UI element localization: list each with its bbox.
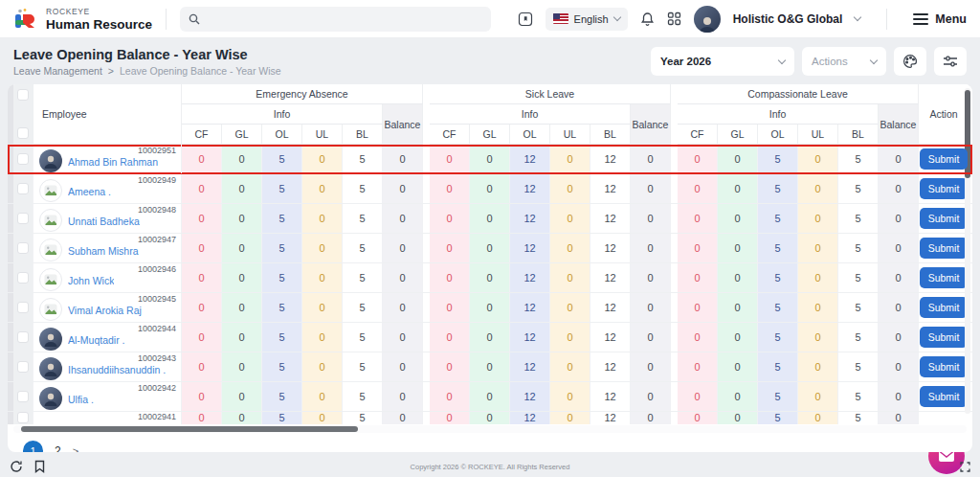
- employee-name-link[interactable]: Al-Muqtadir .: [68, 334, 125, 346]
- row-checkbox[interactable]: [17, 183, 29, 194]
- breadcrumb-root[interactable]: Leave Management: [13, 65, 102, 77]
- row-checkbox[interactable]: [17, 242, 29, 254]
- ea-gl-value: 0: [222, 323, 262, 352]
- table-settings-button[interactable]: [934, 47, 967, 76]
- comp-gl-value: 0: [718, 382, 758, 411]
- page-2-button[interactable]: 2: [55, 444, 61, 453]
- employee-name-link[interactable]: Ihsanuddiihsanuddin .: [68, 364, 166, 375]
- employee-name-link[interactable]: Subham Mishra: [68, 245, 139, 257]
- comp-balance-value: 0: [879, 204, 919, 233]
- sick-balance-value: 0: [631, 145, 671, 173]
- ea-gl-value: 0: [222, 204, 262, 233]
- comp-gl-value: 0: [718, 234, 758, 262]
- submit-button[interactable]: Submit: [920, 238, 969, 259]
- row-checkbox[interactable]: [17, 331, 29, 343]
- info-header: Info: [678, 104, 879, 125]
- col-header-ul: UL: [302, 125, 343, 145]
- col-header-bl: BL: [838, 125, 879, 145]
- submit-button[interactable]: Submit: [920, 386, 969, 407]
- menu-button[interactable]: Menu: [913, 12, 967, 26]
- employee-cell: 10002944 Al-Muqtadir .: [33, 323, 182, 352]
- employee-name-link[interactable]: Vimal Arokia Raj: [68, 305, 142, 316]
- row-checkbox[interactable]: [17, 391, 29, 402]
- row-checkbox[interactable]: [17, 412, 29, 423]
- submit-button[interactable]: Submit: [920, 178, 969, 199]
- sick-balance-value: 0: [631, 174, 671, 203]
- row-checkbox[interactable]: [17, 361, 29, 373]
- comp-balance-value: 0: [879, 323, 919, 352]
- employee-name-link[interactable]: Unnati Badheka: [68, 216, 140, 227]
- employee-cell: 10002942 Ulfia .: [33, 382, 182, 411]
- user-avatar[interactable]: [694, 6, 721, 33]
- language-selector[interactable]: English: [546, 8, 628, 31]
- employee-id: 10002948: [138, 205, 176, 215]
- bookmark-add-icon[interactable]: [518, 11, 533, 27]
- year-select-value: Year 2026: [660, 56, 711, 67]
- submit-button[interactable]: Submit: [920, 267, 969, 288]
- row-checkbox[interactable]: [17, 272, 29, 284]
- employee-name-link[interactable]: John Wick: [68, 275, 114, 286]
- sick-ol-value: 12: [510, 293, 550, 322]
- table-row: 10002942 Ulfia . 00505000120120005050 Su…: [8, 382, 972, 412]
- submit-button[interactable]: Submit: [920, 356, 969, 377]
- comp-balance-value: 0: [879, 234, 919, 262]
- comp-bl-value: 5: [838, 382, 879, 411]
- ea-bl-value: 5: [343, 145, 383, 173]
- employee-name-link[interactable]: Ameena .: [68, 186, 111, 197]
- ea-balance-value: 0: [383, 174, 423, 203]
- sick-gl-value: 0: [470, 382, 510, 411]
- col-header-bl: BL: [343, 125, 383, 145]
- app-logo[interactable]: ROCKEYE Human Resource: [13, 7, 152, 32]
- comp-gl-value: 0: [718, 145, 758, 173]
- ea-cf-value: 0: [182, 293, 222, 322]
- table-header: Employee Emergency Absence Info Balance …: [8, 84, 972, 145]
- action-cell: Submit: [919, 204, 969, 233]
- submit-button[interactable]: Submit: [920, 148, 969, 170]
- submit-button[interactable]: Submit: [920, 297, 969, 318]
- ea-ol-value: 5: [262, 412, 302, 424]
- ea-ul-value: 0: [302, 352, 343, 381]
- apps-grid-icon[interactable]: [667, 11, 681, 26]
- row-checkbox[interactable]: [17, 213, 29, 224]
- submit-button[interactable]: Submit: [920, 327, 969, 348]
- sick-ul-value: 0: [550, 204, 590, 233]
- sick-ol-value: 12: [510, 352, 550, 381]
- footer: Copyright 2026 © ROCKEYE. All Rights Res…: [0, 456, 980, 477]
- search-input[interactable]: [180, 7, 491, 32]
- comp-ol-value: 5: [758, 145, 798, 173]
- notifications-bell-icon[interactable]: [640, 11, 655, 27]
- fullscreen-icon[interactable]: [960, 462, 970, 472]
- horizontal-scrollbar-thumb[interactable]: [21, 426, 358, 432]
- row-checkbox[interactable]: [17, 153, 29, 165]
- page-1-button[interactable]: 1: [23, 441, 43, 452]
- submit-button[interactable]: Submit: [920, 208, 969, 229]
- employee-id: 10002945: [138, 294, 176, 304]
- select-all-checkbox[interactable]: [17, 127, 29, 139]
- employee-name-link[interactable]: Ahmad Bin Rahman: [68, 156, 158, 168]
- sick-balance-value: 0: [631, 323, 671, 352]
- sick-ul-value: 0: [550, 234, 590, 262]
- row-checkbox-cell: [8, 352, 33, 381]
- comp-ul-value: 0: [798, 382, 838, 411]
- year-select[interactable]: Year 2026: [651, 47, 794, 76]
- sick-gl-value: 0: [470, 145, 510, 173]
- theme-palette-button[interactable]: [894, 47, 926, 76]
- select-all-checkbox[interactable]: [17, 89, 29, 101]
- row-checkbox[interactable]: [17, 302, 29, 313]
- table-body: 10002951 Ahmad Bin Rahman 00505000120120…: [8, 145, 972, 424]
- next-page-button[interactable]: >: [73, 445, 78, 453]
- sick-ol-value: 12: [510, 234, 550, 262]
- employee-cell: 10002948 Unnati Badheka: [33, 204, 182, 233]
- ea-ul-value: 0: [302, 145, 343, 173]
- ea-ul-value: 0: [302, 174, 343, 203]
- actions-dropdown[interactable]: Actions: [802, 47, 886, 76]
- sick-ol-value: 12: [510, 263, 550, 292]
- ea-balance-value: 0: [383, 234, 423, 262]
- company-chevron-icon[interactable]: [854, 13, 861, 21]
- comp-ul-value: 0: [798, 234, 838, 262]
- comp-balance-value: 0: [879, 382, 919, 411]
- ea-gl-value: 0: [222, 263, 262, 292]
- divider: [166, 9, 167, 30]
- employee-id: 10002951: [138, 146, 176, 155]
- employee-name-link[interactable]: Ulfia .: [68, 394, 94, 405]
